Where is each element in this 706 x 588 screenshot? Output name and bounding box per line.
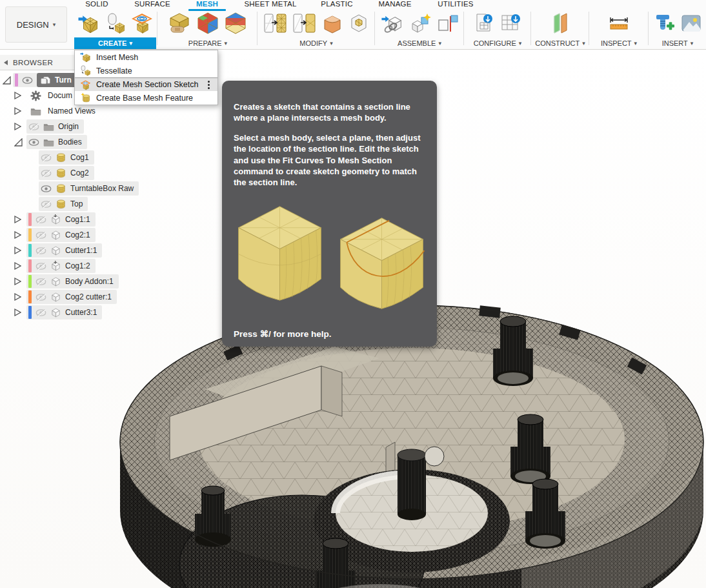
tooltip-instructions: Select a mesh body, select a plane, then…: [234, 132, 425, 188]
create-group-button[interactable]: CREATE▾: [74, 37, 156, 49]
configuration-table-icon[interactable]: [500, 12, 522, 34]
eye-hidden-icon[interactable]: [35, 245, 46, 256]
menu-item-label: Insert Mesh: [96, 53, 212, 62]
collapsed-triangle-icon[interactable]: [14, 216, 21, 223]
tree-row-body[interactable]: Cog1: [0, 150, 161, 165]
merge-bodies-icon[interactable]: [263, 12, 288, 34]
collapsed-triangle-icon[interactable]: [14, 262, 21, 270]
eye-hidden-icon[interactable]: [35, 307, 46, 318]
tessellate-icon[interactable]: [104, 12, 126, 34]
tree-row-component[interactable]: Cog1:1: [0, 212, 161, 227]
remesh-icon[interactable]: [196, 12, 219, 34]
assemble-group-button[interactable]: ASSEMBLE▾: [376, 37, 463, 49]
tree-row-component[interactable]: Cog2:1: [0, 227, 161, 243]
eye-hidden-icon[interactable]: [35, 214, 46, 225]
configuration-icon[interactable]: [474, 12, 496, 34]
collapsed-triangle-icon[interactable]: [14, 278, 21, 285]
component-icon: [50, 292, 61, 303]
repair-icon[interactable]: [168, 12, 192, 34]
eye-hidden-icon[interactable]: [35, 276, 46, 287]
configure-group-label: CONFIGURE: [474, 39, 516, 47]
expanded-triangle-icon[interactable]: [3, 76, 11, 85]
tree-row-component[interactable]: Cog2 cutter:1: [0, 289, 161, 305]
mesh-section-sketch-icon[interactable]: [130, 12, 154, 34]
menu-item-insert-mesh[interactable]: Insert Mesh: [75, 50, 217, 64]
collapsed-triangle-icon[interactable]: [14, 247, 21, 254]
menu-item-create-mesh-section-sketch[interactable]: Create Mesh Section Sketch: [75, 77, 217, 91]
tessellate-icon: [80, 65, 91, 76]
tree-row-component[interactable]: Cutter1:1: [0, 243, 161, 258]
collapsed-triangle-icon[interactable]: [14, 293, 21, 301]
bodies-folder-label: Bodies: [58, 137, 82, 147]
tree-row-body[interactable]: Top: [0, 196, 161, 212]
tree-row-named-views[interactable]: Named Views: [0, 103, 161, 119]
group-assemble: ASSEMBLE▾: [376, 9, 463, 49]
tab-surface[interactable]: SURFACE: [134, 0, 170, 8]
construction-plane-icon[interactable]: [549, 12, 571, 34]
prepare-group-button[interactable]: PREPARE▾: [159, 37, 257, 49]
overflow-menu-icon[interactable]: [208, 81, 212, 89]
eye-visible-icon[interactable]: [22, 75, 33, 86]
tooltip-description: Creates a sketch that contains a section…: [234, 101, 425, 123]
convert-mesh-icon[interactable]: [292, 12, 317, 34]
grounded-component-icon: [50, 261, 61, 272]
group-inspect: INSPECT▾: [590, 9, 648, 49]
tree-row-bodies[interactable]: Bodies: [0, 134, 161, 150]
construct-group-button[interactable]: CONSTRUCT▾: [532, 37, 589, 49]
gear-icon: [30, 90, 41, 101]
collapsed-triangle-icon[interactable]: [14, 309, 21, 316]
root-item-label: Turn: [55, 76, 72, 85]
tab-mesh[interactable]: MESH: [196, 0, 218, 8]
eye-visible-icon[interactable]: [28, 137, 39, 148]
tree-row-origin[interactable]: Origin: [0, 119, 161, 134]
eye-hidden-icon[interactable]: [35, 261, 46, 272]
tree-row-body[interactable]: TurntableBox Raw: [0, 181, 161, 196]
insert-image-icon[interactable]: [680, 12, 702, 34]
joint-icon[interactable]: [436, 12, 458, 34]
eye-hidden-icon[interactable]: [35, 292, 46, 303]
modify-group-button[interactable]: MODIFY▾: [258, 37, 374, 49]
collapsed-triangle-icon[interactable]: [14, 123, 21, 130]
tree-row-component[interactable]: Body Addon:1: [0, 274, 161, 289]
insert-fastener-icon[interactable]: [654, 12, 676, 34]
tree-row-body[interactable]: Cog2: [0, 165, 161, 181]
configure-group-button[interactable]: CONFIGURE▾: [465, 37, 530, 49]
eye-visible-icon[interactable]: [41, 183, 52, 194]
tab-plastic[interactable]: PLASTIC: [321, 0, 352, 8]
inspect-group-button[interactable]: INSPECT▾: [590, 37, 648, 49]
tree-row-component[interactable]: Cog1:2: [0, 258, 161, 274]
eye-hidden-icon[interactable]: [41, 199, 52, 210]
insert-mesh-icon[interactable]: [77, 12, 99, 34]
browser-header[interactable]: BROWSER: [0, 55, 84, 70]
reduce-icon[interactable]: [224, 12, 247, 34]
folder-icon: [43, 121, 54, 132]
menu-item-tessellate[interactable]: Tessellate: [75, 64, 217, 77]
new-component-icon[interactable]: [408, 12, 432, 34]
eye-hidden-icon[interactable]: [41, 152, 52, 163]
collapsed-triangle-icon[interactable]: [14, 107, 21, 115]
base-mesh-feature-icon: [80, 92, 91, 103]
measure-icon[interactable]: [607, 12, 630, 34]
collapsed-triangle-icon[interactable]: [14, 231, 21, 239]
menu-item-create-base-mesh-feature[interactable]: Create Base Mesh Feature: [75, 91, 217, 105]
tab-manage[interactable]: MANAGE: [378, 0, 411, 8]
expanded-triangle-icon[interactable]: [14, 138, 23, 147]
workspace-selector[interactable]: DESIGN ▾: [5, 6, 67, 43]
tree-row-component[interactable]: Cutter3:1: [0, 305, 161, 320]
eye-hidden-icon[interactable]: [28, 121, 39, 132]
shell-hollow-icon[interactable]: [348, 12, 370, 34]
collapse-browser-icon[interactable]: [4, 60, 8, 65]
eye-hidden-icon[interactable]: [35, 230, 46, 241]
insert-derive-icon[interactable]: [381, 12, 404, 34]
group-separator: [648, 12, 649, 45]
document-settings-label: Docum: [48, 91, 72, 100]
plane-cut-icon[interactable]: [321, 12, 343, 34]
insert-group-button[interactable]: INSERT▾: [649, 37, 706, 49]
toolbar: SOLID SURFACE MESH SHEET METAL PLASTIC M…: [0, 0, 706, 50]
eye-hidden-icon[interactable]: [41, 168, 52, 179]
collapsed-triangle-icon[interactable]: [14, 92, 21, 99]
tab-solid[interactable]: SOLID: [85, 0, 108, 8]
tab-sheet-metal[interactable]: SHEET METAL: [244, 0, 296, 8]
tab-utilities[interactable]: UTILITIES: [438, 0, 473, 8]
grounded-component-icon: [50, 214, 61, 225]
